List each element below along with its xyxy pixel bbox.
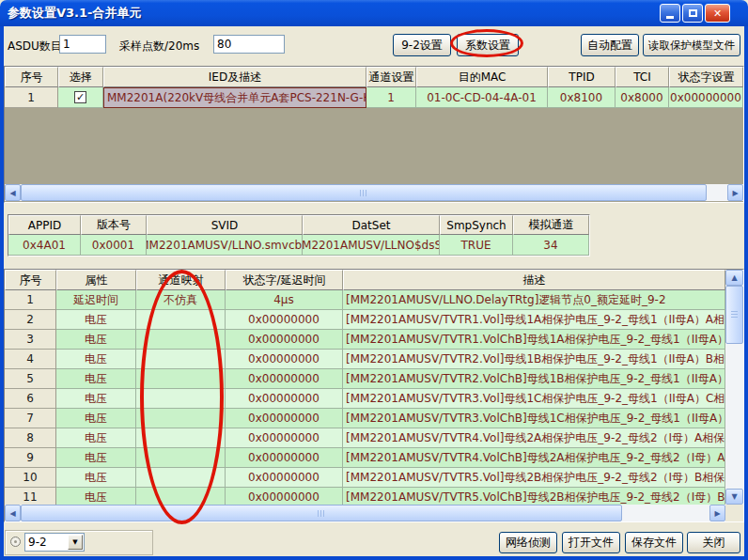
checkbox-checked[interactable]: ✓ — [74, 91, 86, 103]
row-index: 1 — [5, 290, 56, 310]
ied-description-cell[interactable]: MM2201A(220kV母线合并单元A套PCS-221N-G-H3) — [103, 87, 366, 108]
select-cell[interactable]: ✓ — [58, 87, 103, 108]
attribute-cell: 电压 — [56, 448, 136, 468]
channel-mapping-cell[interactable] — [136, 369, 226, 389]
col-header: 选择 — [58, 67, 103, 87]
appid-table: APPID 版本号 SVID DatSet SmpSynch 模拟通道 0x4A… — [8, 214, 590, 257]
channel-table-header: 序号 属性 通道映射 状态字/延迟时间 描述 — [5, 270, 725, 290]
channel-mapping-cell[interactable] — [136, 310, 226, 330]
col-header: 属性 — [56, 270, 136, 290]
asdu-count-input[interactable] — [59, 35, 106, 54]
col-header: APPID — [8, 215, 81, 235]
channel-table-hscrollbar[interactable]: ◀ ▶ — [5, 505, 725, 521]
col-header: TPID — [548, 67, 616, 87]
channel-mapping-cell[interactable] — [136, 428, 226, 448]
close-button[interactable]: ✕ — [705, 4, 730, 23]
scrollbar-thumb[interactable] — [725, 286, 743, 344]
maximize-icon — [689, 9, 697, 17]
table-row[interactable]: 6 电压 0x00000000 [MM2201AMUSV/TVTR3.Vol]母… — [5, 389, 725, 409]
table-row[interactable]: 7 电压 0x00000000 [MM2201AMUSV/TVTR3.VolCh… — [5, 409, 725, 428]
read-protection-model-button[interactable]: 读取保护模型文件 — [643, 34, 740, 56]
scroll-right-icon[interactable]: ▶ — [727, 184, 743, 201]
status-delay-cell: 0x00000000 — [226, 310, 343, 330]
channel-table: 序号 属性 通道映射 状态字/延迟时间 描述 1 延迟时间 不仿真 4μs [M… — [4, 269, 744, 522]
scroll-down-icon[interactable]: ▼ — [725, 489, 743, 505]
save-file-button[interactable]: 保存文件 — [625, 532, 683, 553]
status-delay-cell: 0x00000000 — [226, 409, 343, 428]
col-header: 序号 — [5, 67, 58, 87]
table-row[interactable]: 8 电压 0x00000000 [MM2201AMUSV/TVTR4.Vol]母… — [5, 428, 725, 448]
scroll-right-icon[interactable]: ▶ — [709, 505, 725, 521]
row-index: 1 — [5, 87, 58, 108]
maximize-button[interactable] — [682, 4, 703, 23]
row-index: 4 — [5, 350, 56, 369]
channel-setting-cell: 1 — [366, 87, 416, 108]
open-file-button[interactable]: 打开文件 — [562, 532, 620, 553]
scrollbar-thumb[interactable] — [21, 184, 707, 201]
dest-mac-cell: 01-0C-CD-04-4A-01 — [416, 87, 548, 108]
table-row[interactable]: 10 电压 0x00000000 [MM2201AMUSV/TVTR5.Vol]… — [5, 468, 725, 488]
auto-config-button[interactable]: 自动配置 — [581, 34, 639, 56]
ied-table-hscrollbar[interactable]: ◀ ▶ — [5, 184, 743, 201]
tpid-cell: 0x8100 — [548, 87, 616, 108]
col-header: 目的MAC — [416, 67, 548, 87]
attribute-cell: 电压 — [56, 350, 136, 369]
sample-count-input[interactable] — [213, 35, 285, 54]
status-delay-cell: 0x00000000 — [226, 488, 343, 505]
table-row[interactable]: 9 电压 0x00000000 [MM2201AMUSV/TVTR4.VolCh… — [5, 448, 725, 468]
channel-mapping-cell[interactable] — [136, 448, 226, 468]
channel-table-body: 1 延迟时间 不仿真 4μs [MM2201AMUSV/LLNO.DelayTR… — [5, 290, 725, 505]
close-dialog-button[interactable]: 关闭 — [687, 532, 740, 553]
description-cell: [MM2201AMUSV/TVTR3.VolChB]母线1C相保护电压_9-2_… — [343, 409, 725, 428]
status-word-cell: 0x00000000 — [669, 87, 743, 108]
attribute-cell: 电压 — [56, 468, 136, 488]
ied-table-header: 序号 选择 IED及描述 通道设置 目的MAC TPID TCI 状态字设置 — [5, 67, 743, 87]
minimize-icon — [666, 16, 674, 19]
col-header: 通道设置 — [366, 67, 416, 87]
scrollbar-track[interactable] — [707, 184, 727, 201]
channel-mapping-cell[interactable] — [136, 350, 226, 369]
table-row[interactable]: 1 ✓ MM2201A(220kV母线合并单元A套PCS-221N-G-H3) … — [5, 87, 743, 108]
attribute-cell: 电压 — [56, 409, 136, 428]
table-row[interactable]: 2 电压 0x00000000 [MM2201AMUSV/TVTR1.Vol]母… — [5, 310, 725, 330]
network-detect-button[interactable]: 网络侦测 — [499, 532, 557, 553]
scroll-left-icon[interactable]: ◀ — [5, 184, 21, 201]
window-title: 参数设置V3.1-合并单元 — [0, 5, 142, 22]
table-row[interactable]: 4 电压 0x00000000 [MM2201AMUSV/TVTR2.Vol]母… — [5, 350, 725, 369]
app-window: 参数设置V3.1-合并单元 ✕ ASDU数目 采样点数/20ms 9-2设置 系… — [0, 0, 748, 560]
scroll-left-icon[interactable]: ◀ — [5, 505, 21, 521]
channel-mapping-cell[interactable] — [136, 330, 226, 350]
channel-mapping-cell[interactable] — [136, 488, 226, 505]
table-row[interactable]: 5 电压 0x00000000 [MM2201AMUSV/TVTR2.VolCh… — [5, 369, 725, 389]
scrollbar-track[interactable] — [622, 505, 709, 521]
table-row[interactable]: 1 延迟时间 不仿真 4μs [MM2201AMUSV/LLNO.DelayTR… — [5, 290, 725, 310]
coefficient-setting-button[interactable]: 系数设置 — [457, 34, 519, 56]
table-row[interactable]: 3 电压 0x00000000 [MM2201AMUSV/TVTR1.VolCh… — [5, 330, 725, 350]
scroll-up-icon[interactable]: ▲ — [725, 270, 743, 286]
col-header: IED及描述 — [103, 67, 366, 87]
table-row[interactable]: 11 电压 0x00000000 [MM2201AMUSV/TVTR5.VolC… — [5, 488, 725, 505]
minimize-button[interactable] — [660, 4, 680, 23]
channel-mapping-cell[interactable] — [136, 468, 226, 488]
row-index: 3 — [5, 330, 56, 350]
scrollbar-thumb[interactable] — [21, 505, 622, 521]
protocol-dropdown[interactable]: 9-2 ▼ — [24, 533, 85, 552]
description-cell: [MM2201AMUSV/TVTR4.VolChB]母线2A相保护电压_9-2_… — [343, 448, 725, 468]
channel-mapping-cell[interactable] — [136, 389, 226, 409]
protocol-radio[interactable] — [10, 537, 21, 547]
attribute-cell: 电压 — [56, 330, 136, 350]
attribute-cell: 延迟时间 — [56, 290, 136, 310]
svid-cell: MM2201AMUSV/LLNO.smvcb0 — [147, 235, 303, 256]
status-delay-cell: 0x00000000 — [226, 389, 343, 409]
channel-mapping-cell[interactable] — [136, 409, 226, 428]
col-header: DatSet — [303, 215, 440, 235]
chevron-down-icon[interactable]: ▼ — [68, 535, 83, 550]
col-header: 序号 — [5, 270, 56, 290]
setting-92-button[interactable]: 9-2设置 — [393, 34, 451, 56]
channel-mapping-cell[interactable]: 不仿真 — [136, 290, 226, 310]
channel-table-vscrollbar[interactable]: ▲ ▼ — [725, 270, 743, 505]
analog-channel-cell: 34 — [513, 235, 589, 256]
table-row[interactable]: 0x4A01 0x0001 MM2201AMUSV/LLNO.smvcb0 MM… — [8, 235, 589, 256]
scrollbar-track[interactable] — [725, 344, 743, 489]
asdu-count-label: ASDU数目 — [8, 39, 62, 54]
